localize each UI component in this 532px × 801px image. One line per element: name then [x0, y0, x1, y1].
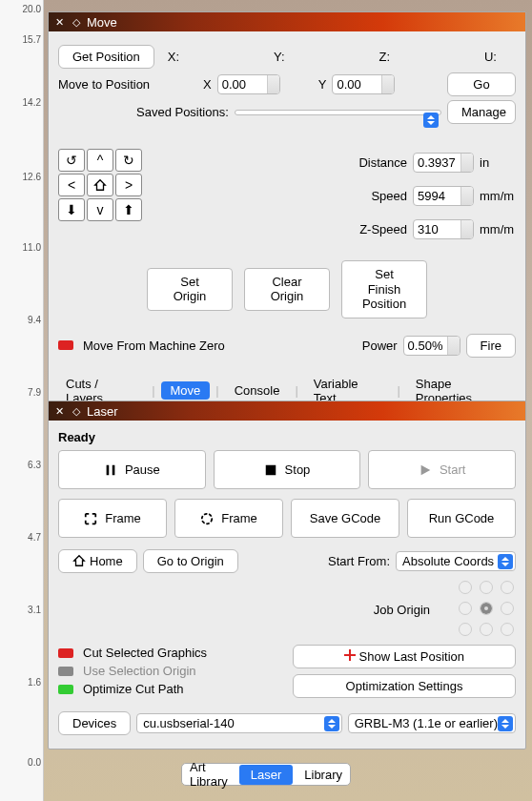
y-input[interactable] [332, 74, 395, 94]
job-origin-label: Job Origin [374, 603, 430, 617]
tab-console[interactable]: Console [225, 381, 290, 400]
jog-cw-button[interactable]: ↻ [115, 149, 142, 172]
frame-rect-button[interactable]: Frame [58, 499, 167, 538]
vertical-ruler: 20.0 15.7 14.2 12.6 11.0 9.4 7.9 6.3 4.7… [0, 0, 44, 801]
get-position-button[interactable]: Get Position [58, 45, 154, 69]
jog-home-button[interactable] [87, 174, 113, 196]
x-label: X [203, 77, 212, 92]
cut-selected-checkbox[interactable] [58, 648, 73, 658]
jog-up-button[interactable]: ^ [87, 149, 113, 172]
bottom-tabs: Art Library Laser Library [181, 763, 351, 786]
origin-tc[interactable] [480, 581, 493, 594]
set-finish-position-button[interactable]: Set Finish Position [341, 260, 427, 318]
close-icon[interactable]: ✕ [52, 404, 66, 418]
home-button[interactable]: Home [58, 549, 137, 573]
y-axis-label: Y: [274, 50, 285, 64]
pause-button[interactable]: Pause [58, 450, 206, 489]
zspeed-input[interactable] [413, 219, 474, 239]
chevron-updown-icon [423, 113, 439, 128]
devices-button[interactable]: Devices [58, 711, 131, 735]
frame-rect-icon [84, 512, 97, 525]
saved-positions-label: Saved Positions: [136, 105, 229, 119]
stop-button[interactable]: Stop [214, 450, 361, 489]
zspeed-label: Z-Speed [359, 222, 407, 236]
origin-mc[interactable] [480, 602, 493, 615]
speed-label: Speed [371, 189, 407, 203]
chevron-updown-icon [324, 716, 339, 731]
move-panel: ✕ ◇ Move Get Position X: Y: Z: U: Move t… [48, 11, 526, 412]
origin-ml[interactable] [459, 602, 472, 615]
origin-bc[interactable] [480, 623, 493, 636]
jog-zup-button[interactable]: ⬆ [115, 198, 142, 221]
frame-circle-icon [200, 512, 214, 525]
origin-tr[interactable] [501, 581, 514, 594]
save-gcode-button[interactable]: Save GCode [291, 499, 399, 538]
move-from-zero-checkbox[interactable] [58, 340, 73, 350]
show-last-position-button[interactable]: Show Last Position [293, 645, 516, 668]
jog-ccw-button[interactable]: ↺ [58, 149, 85, 172]
run-gcode-button[interactable]: Run GCode [407, 499, 516, 538]
close-icon[interactable]: ✕ [52, 15, 66, 29]
z-axis-label: Z: [379, 50, 391, 64]
distance-input[interactable] [413, 153, 474, 173]
fire-button[interactable]: Fire [466, 334, 516, 358]
manage-button[interactable]: Manage [447, 100, 516, 124]
svg-rect-1 [113, 464, 115, 475]
tab-move[interactable]: Move [161, 381, 211, 400]
detach-icon[interactable]: ◇ [70, 15, 83, 29]
chevron-updown-icon [498, 554, 513, 569]
btab-library[interactable]: Library [293, 765, 354, 785]
optimize-cut-path-checkbox[interactable] [58, 685, 73, 694]
stop-icon [264, 463, 277, 477]
y-label: Y [318, 77, 327, 92]
chevron-updown-icon [498, 716, 513, 731]
jog-down-button[interactable]: v [87, 198, 113, 221]
home-icon [72, 554, 86, 567]
svg-rect-2 [265, 464, 276, 475]
crosshair-icon [344, 649, 356, 661]
panel-title: Move [87, 15, 117, 30]
start-from-label: Start From: [328, 554, 390, 568]
power-input[interactable] [403, 336, 460, 356]
jog-right-button[interactable]: > [115, 174, 142, 196]
origin-mr[interactable] [501, 602, 514, 615]
jog-zdown-button[interactable]: ⬇ [58, 198, 85, 221]
detach-icon[interactable]: ◇ [70, 404, 83, 418]
move-to-position-label: Move to Position [58, 77, 150, 92]
x-input[interactable] [217, 74, 280, 94]
home-icon [93, 178, 107, 192]
saved-positions-select[interactable] [235, 110, 441, 115]
clear-origin-button[interactable]: Clear Origin [244, 268, 330, 311]
jog-pad: ↺ ^ ↻ < > ⬇ v ⬆ [58, 149, 142, 221]
u-axis-label: U: [484, 50, 497, 64]
status-label: Ready [58, 430, 516, 444]
laser-panel: ✕ ◇ Laser Ready Pause Stop Start Frame [48, 400, 526, 750]
play-icon [419, 463, 432, 477]
pause-icon [104, 463, 117, 477]
panel-title: Laser [87, 404, 118, 419]
origin-tl[interactable] [459, 581, 472, 594]
start-button[interactable]: Start [368, 450, 516, 489]
start-from-select[interactable]: Absolute Coords [396, 551, 516, 571]
svg-rect-0 [107, 464, 110, 475]
go-to-origin-button[interactable]: Go to Origin [143, 549, 238, 573]
x-axis-label: X: [168, 50, 179, 64]
speed-input[interactable] [413, 186, 474, 206]
controller-select[interactable]: GRBL-M3 (1.1e or earlier) [348, 713, 516, 733]
btab-art-library[interactable]: Art Library [178, 757, 239, 791]
origin-bl[interactable] [459, 623, 472, 636]
origin-br[interactable] [501, 623, 514, 636]
jog-left-button[interactable]: < [58, 174, 85, 196]
power-label: Power [362, 339, 398, 353]
move-panel-title-bar[interactable]: ✕ ◇ Move [49, 12, 525, 31]
port-select[interactable]: cu.usbserial-140 [136, 713, 341, 733]
btab-laser[interactable]: Laser [239, 765, 294, 785]
set-origin-button[interactable]: Set Origin [147, 268, 233, 311]
laser-panel-title-bar[interactable]: ✕ ◇ Laser [49, 401, 525, 421]
svg-point-3 [202, 513, 213, 524]
distance-label: Distance [358, 155, 407, 170]
use-selection-origin-checkbox[interactable] [58, 667, 73, 676]
frame-circle-button[interactable]: Frame [174, 499, 283, 538]
optimization-settings-button[interactable]: Optimization Settings [293, 674, 516, 698]
go-button[interactable]: Go [447, 72, 516, 96]
